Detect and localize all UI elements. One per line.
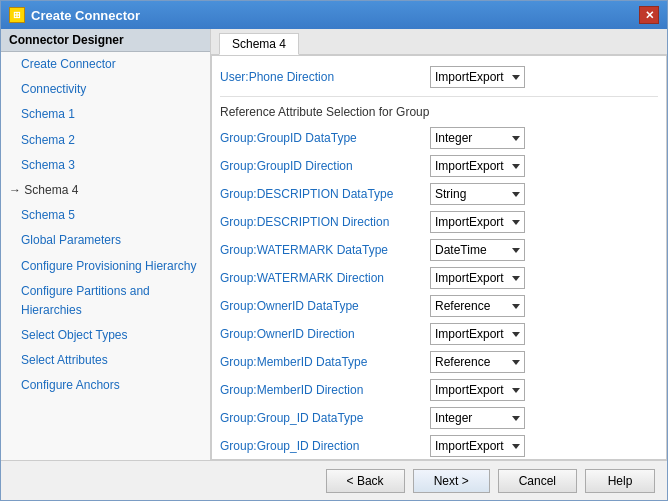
field-row: Group:Group_ID DataTypeIntegerStringDate… [220, 405, 658, 431]
user-phone-select[interactable]: ImportExport Import Export [430, 66, 525, 88]
divider [220, 96, 658, 97]
field-select-8[interactable]: ReferenceIntegerStringDateTimeImportExpo… [430, 351, 525, 373]
tab-bar: Schema 4 [211, 29, 667, 55]
field-row: Group:Group_ID DirectionImportExportInte… [220, 433, 658, 459]
field-row: Group:DESCRIPTION DataTypeStringIntegerD… [220, 181, 658, 207]
sidebar-item-select-attributes[interactable]: Select Attributes [1, 348, 210, 373]
tab-schema4[interactable]: Schema 4 [219, 33, 299, 55]
content-area: Connector Designer Create Connector Conn… [1, 29, 667, 460]
field-row: Group:GroupID DataTypeIntegerStringDateT… [220, 125, 658, 151]
user-phone-select-wrapper: ImportExport Import Export [430, 66, 658, 88]
title-bar-left: ⊞ Create Connector [9, 7, 140, 23]
sidebar: Connector Designer Create Connector Conn… [1, 29, 211, 460]
field-label-0: Group:GroupID DataType [220, 131, 430, 145]
field-select-5[interactable]: ImportExportIntegerStringDateTimeReferen… [430, 267, 525, 289]
sidebar-header: Connector Designer [1, 29, 210, 52]
main-window: ⊞ Create Connector ✕ Connector Designer … [0, 0, 668, 501]
cancel-button[interactable]: Cancel [498, 469, 577, 493]
sidebar-item-schema3[interactable]: Schema 3 [1, 153, 210, 178]
field-select-3[interactable]: ImportExportIntegerStringDateTimeReferen… [430, 211, 525, 233]
footer: < Back Next > Cancel Help [1, 460, 667, 500]
sidebar-item-connectivity[interactable]: Connectivity [1, 77, 210, 102]
field-row: Group:DESCRIPTION DirectionImportExportI… [220, 209, 658, 235]
user-phone-label: User:Phone Direction [220, 70, 430, 84]
sidebar-item-create-connector[interactable]: Create Connector [1, 52, 210, 77]
sidebar-item-configure-provisioning[interactable]: Configure Provisioning Hierarchy [1, 254, 210, 279]
field-select-7[interactable]: ImportExportIntegerStringDateTimeReferen… [430, 323, 525, 345]
sidebar-item-select-object-types[interactable]: Select Object Types [1, 323, 210, 348]
field-select-10[interactable]: IntegerStringDateTimeReferenceImportExpo… [430, 407, 525, 429]
schema-content: User:Phone Direction ImportExport Import… [211, 55, 667, 460]
field-select-11[interactable]: ImportExportIntegerStringDateTimeReferen… [430, 435, 525, 457]
field-row: Group:GroupID DirectionImportExportInteg… [220, 153, 658, 179]
field-row: Group:WATERMARK DirectionImportExportInt… [220, 265, 658, 291]
user-phone-row: User:Phone Direction ImportExport Import… [220, 64, 658, 90]
field-label-8: Group:MemberID DataType [220, 355, 430, 369]
field-label-4: Group:WATERMARK DataType [220, 243, 430, 257]
select-wrapper-1: ImportExportIntegerStringDateTimeReferen… [430, 155, 658, 177]
field-label-2: Group:DESCRIPTION DataType [220, 187, 430, 201]
field-label-11: Group:Group_ID Direction [220, 439, 430, 453]
sidebar-item-schema4[interactable]: Schema 4 [1, 178, 210, 203]
sidebar-item-schema5[interactable]: Schema 5 [1, 203, 210, 228]
select-wrapper-11: ImportExportIntegerStringDateTimeReferen… [430, 435, 658, 457]
field-row: Group:WATERMARK DataTypeDateTimeIntegerS… [220, 237, 658, 263]
sidebar-item-configure-anchors[interactable]: Configure Anchors [1, 373, 210, 398]
app-icon: ⊞ [9, 7, 25, 23]
field-row: Group:MemberID DirectionImportExportInte… [220, 377, 658, 403]
sidebar-item-global-parameters[interactable]: Global Parameters [1, 228, 210, 253]
close-button[interactable]: ✕ [639, 6, 659, 24]
select-wrapper-4: DateTimeIntegerStringReferenceImportExpo… [430, 239, 658, 261]
select-wrapper-8: ReferenceIntegerStringDateTimeImportExpo… [430, 351, 658, 373]
field-rows-container: Group:GroupID DataTypeIntegerStringDateT… [220, 125, 658, 459]
field-label-5: Group:WATERMARK Direction [220, 271, 430, 285]
sidebar-item-schema2[interactable]: Schema 2 [1, 128, 210, 153]
title-bar: ⊞ Create Connector ✕ [1, 1, 667, 29]
next-button[interactable]: Next > [413, 469, 490, 493]
select-wrapper-0: IntegerStringDateTimeReferenceImportExpo… [430, 127, 658, 149]
select-wrapper-9: ImportExportIntegerStringDateTimeReferen… [430, 379, 658, 401]
field-label-9: Group:MemberID Direction [220, 383, 430, 397]
select-wrapper-6: ReferenceIntegerStringDateTimeImportExpo… [430, 295, 658, 317]
help-button[interactable]: Help [585, 469, 655, 493]
field-label-6: Group:OwnerID DataType [220, 299, 430, 313]
field-label-3: Group:DESCRIPTION Direction [220, 215, 430, 229]
field-select-6[interactable]: ReferenceIntegerStringDateTimeImportExpo… [430, 295, 525, 317]
main-panel: Schema 4 User:Phone Direction ImportExpo… [211, 29, 667, 460]
select-wrapper-3: ImportExportIntegerStringDateTimeReferen… [430, 211, 658, 233]
select-wrapper-7: ImportExportIntegerStringDateTimeReferen… [430, 323, 658, 345]
field-label-10: Group:Group_ID DataType [220, 411, 430, 425]
select-wrapper-10: IntegerStringDateTimeReferenceImportExpo… [430, 407, 658, 429]
sidebar-item-schema1[interactable]: Schema 1 [1, 102, 210, 127]
field-select-1[interactable]: ImportExportIntegerStringDateTimeReferen… [430, 155, 525, 177]
field-row: Group:OwnerID DataTypeReferenceIntegerSt… [220, 293, 658, 319]
back-button[interactable]: < Back [326, 469, 405, 493]
field-select-0[interactable]: IntegerStringDateTimeReferenceImportExpo… [430, 127, 525, 149]
field-row: Group:MemberID DataTypeReferenceIntegerS… [220, 349, 658, 375]
field-label-1: Group:GroupID Direction [220, 159, 430, 173]
field-row: Group:OwnerID DirectionImportExportInteg… [220, 321, 658, 347]
reference-section-title: Reference Attribute Selection for Group [220, 105, 658, 119]
sidebar-item-configure-partitions[interactable]: Configure Partitions and Hierarchies [1, 279, 210, 323]
select-wrapper-2: StringIntegerDateTimeReferenceImportExpo… [430, 183, 658, 205]
field-select-4[interactable]: DateTimeIntegerStringReferenceImportExpo… [430, 239, 525, 261]
field-select-9[interactable]: ImportExportIntegerStringDateTimeReferen… [430, 379, 525, 401]
field-select-2[interactable]: StringIntegerDateTimeReferenceImportExpo… [430, 183, 525, 205]
field-label-7: Group:OwnerID Direction [220, 327, 430, 341]
window-title: Create Connector [31, 8, 140, 23]
select-wrapper-5: ImportExportIntegerStringDateTimeReferen… [430, 267, 658, 289]
